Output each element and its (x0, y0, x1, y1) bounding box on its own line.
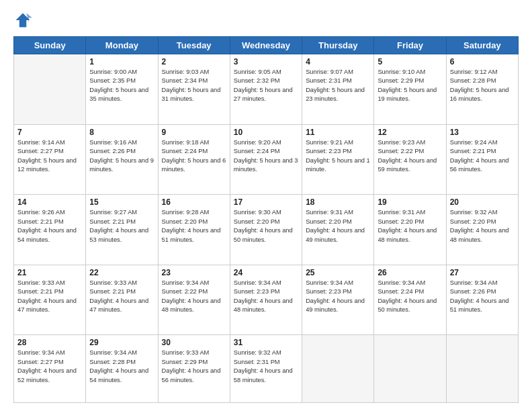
calendar-cell: 11Sunrise: 9:21 AM Sunset: 2:23 PM Dayli… (302, 124, 374, 195)
day-number: 3 (234, 57, 298, 66)
calendar-cell: 6Sunrise: 9:12 AM Sunset: 2:28 PM Daylig… (446, 54, 518, 125)
day-number: 28 (17, 338, 82, 347)
header (13, 11, 519, 30)
calendar-cell (374, 335, 446, 403)
day-info: Sunrise: 9:27 AM Sunset: 2:21 PM Dayligh… (89, 208, 154, 244)
calendar-day-header: Wednesday (230, 37, 302, 54)
day-number: 7 (17, 128, 82, 137)
day-number: 6 (450, 57, 515, 66)
day-info: Sunrise: 9:26 AM Sunset: 2:21 PM Dayligh… (17, 208, 82, 244)
day-info: Sunrise: 9:18 AM Sunset: 2:24 PM Dayligh… (162, 138, 226, 175)
day-number: 18 (306, 197, 370, 207)
day-info: Sunrise: 9:00 AM Sunset: 2:35 PM Dayligh… (89, 68, 154, 104)
calendar-week-row: 28Sunrise: 9:34 AM Sunset: 2:27 PM Dayli… (14, 335, 519, 403)
calendar-day-header: Friday (374, 37, 446, 54)
day-info: Sunrise: 9:05 AM Sunset: 2:32 PM Dayligh… (234, 68, 298, 104)
day-info: Sunrise: 9:20 AM Sunset: 2:24 PM Dayligh… (234, 138, 298, 175)
calendar-week-row: 21Sunrise: 9:33 AM Sunset: 2:21 PM Dayli… (14, 265, 519, 335)
calendar-cell: 1Sunrise: 9:00 AM Sunset: 2:35 PM Daylig… (86, 54, 158, 125)
day-info: Sunrise: 9:34 AM Sunset: 2:27 PM Dayligh… (17, 349, 82, 385)
calendar-cell (14, 54, 86, 125)
day-number: 17 (234, 197, 298, 207)
calendar-cell: 2Sunrise: 9:03 AM Sunset: 2:34 PM Daylig… (158, 54, 230, 125)
day-info: Sunrise: 9:33 AM Sunset: 2:21 PM Dayligh… (89, 279, 154, 315)
day-info: Sunrise: 9:34 AM Sunset: 2:23 PM Dayligh… (306, 279, 370, 315)
day-number: 14 (17, 197, 82, 207)
calendar-cell: 19Sunrise: 9:31 AM Sunset: 2:20 PM Dayli… (374, 195, 446, 265)
calendar-day-header: Saturday (446, 37, 518, 54)
day-info: Sunrise: 9:34 AM Sunset: 2:28 PM Dayligh… (89, 349, 154, 385)
day-number: 30 (162, 338, 226, 347)
day-info: Sunrise: 9:16 AM Sunset: 2:26 PM Dayligh… (89, 138, 154, 175)
day-info: Sunrise: 9:30 AM Sunset: 2:20 PM Dayligh… (234, 208, 298, 244)
day-number: 13 (450, 128, 515, 137)
day-info: Sunrise: 9:31 AM Sunset: 2:20 PM Dayligh… (306, 208, 370, 244)
day-number: 10 (234, 128, 298, 137)
calendar-cell: 31Sunrise: 9:32 AM Sunset: 2:31 PM Dayli… (230, 335, 302, 403)
calendar-cell: 25Sunrise: 9:34 AM Sunset: 2:23 PM Dayli… (302, 265, 374, 335)
calendar-cell: 29Sunrise: 9:34 AM Sunset: 2:28 PM Dayli… (86, 335, 158, 403)
day-info: Sunrise: 9:32 AM Sunset: 2:20 PM Dayligh… (450, 208, 515, 244)
calendar-cell: 7Sunrise: 9:14 AM Sunset: 2:27 PM Daylig… (14, 124, 86, 195)
day-info: Sunrise: 9:31 AM Sunset: 2:20 PM Dayligh… (378, 208, 442, 244)
calendar-cell: 4Sunrise: 9:07 AM Sunset: 2:31 PM Daylig… (302, 54, 374, 125)
calendar-week-row: 7Sunrise: 9:14 AM Sunset: 2:27 PM Daylig… (14, 124, 519, 195)
day-number: 9 (162, 128, 226, 137)
day-info: Sunrise: 9:10 AM Sunset: 2:29 PM Dayligh… (378, 68, 442, 104)
day-info: Sunrise: 9:33 AM Sunset: 2:21 PM Dayligh… (17, 279, 82, 315)
calendar-cell: 14Sunrise: 9:26 AM Sunset: 2:21 PM Dayli… (14, 195, 86, 265)
day-number: 25 (306, 268, 370, 277)
day-info: Sunrise: 9:33 AM Sunset: 2:29 PM Dayligh… (162, 349, 226, 385)
day-info: Sunrise: 9:28 AM Sunset: 2:20 PM Dayligh… (162, 208, 226, 244)
day-number: 19 (378, 197, 442, 207)
day-number: 26 (378, 268, 442, 277)
day-number: 27 (450, 268, 515, 277)
day-number: 5 (378, 57, 442, 66)
calendar-cell: 12Sunrise: 9:23 AM Sunset: 2:22 PM Dayli… (374, 124, 446, 195)
calendar-cell: 3Sunrise: 9:05 AM Sunset: 2:32 PM Daylig… (230, 54, 302, 125)
day-number: 4 (306, 57, 370, 66)
calendar-cell: 22Sunrise: 9:33 AM Sunset: 2:21 PM Dayli… (86, 265, 158, 335)
calendar-cell: 10Sunrise: 9:20 AM Sunset: 2:24 PM Dayli… (230, 124, 302, 195)
calendar-cell (302, 335, 374, 403)
day-number: 15 (89, 197, 154, 207)
day-info: Sunrise: 9:14 AM Sunset: 2:27 PM Dayligh… (17, 138, 82, 175)
calendar-week-row: 14Sunrise: 9:26 AM Sunset: 2:21 PM Dayli… (14, 195, 519, 265)
calendar-cell: 21Sunrise: 9:33 AM Sunset: 2:21 PM Dayli… (14, 265, 86, 335)
page: SundayMondayTuesdayWednesdayThursdayFrid… (0, 0, 532, 411)
calendar-cell (446, 335, 518, 403)
calendar-cell: 23Sunrise: 9:34 AM Sunset: 2:22 PM Dayli… (158, 265, 230, 335)
day-info: Sunrise: 9:34 AM Sunset: 2:22 PM Dayligh… (162, 279, 226, 315)
day-info: Sunrise: 9:32 AM Sunset: 2:31 PM Dayligh… (234, 349, 298, 385)
day-info: Sunrise: 9:34 AM Sunset: 2:24 PM Dayligh… (378, 279, 442, 315)
day-info: Sunrise: 9:03 AM Sunset: 2:34 PM Dayligh… (162, 68, 226, 104)
calendar-cell: 30Sunrise: 9:33 AM Sunset: 2:29 PM Dayli… (158, 335, 230, 403)
calendar-day-header: Thursday (302, 37, 374, 54)
day-number: 16 (162, 197, 226, 207)
calendar-cell: 16Sunrise: 9:28 AM Sunset: 2:20 PM Dayli… (158, 195, 230, 265)
calendar-day-header: Tuesday (158, 37, 230, 54)
day-number: 31 (234, 338, 298, 347)
calendar-cell: 18Sunrise: 9:31 AM Sunset: 2:20 PM Dayli… (302, 195, 374, 265)
calendar-day-header: Monday (86, 37, 158, 54)
calendar-day-header: Sunday (14, 37, 86, 54)
day-number: 1 (89, 57, 154, 66)
calendar-header-row: SundayMondayTuesdayWednesdayThursdayFrid… (14, 37, 519, 54)
calendar-cell: 5Sunrise: 9:10 AM Sunset: 2:29 PM Daylig… (374, 54, 446, 125)
logo-icon (13, 11, 32, 30)
day-info: Sunrise: 9:23 AM Sunset: 2:22 PM Dayligh… (378, 138, 442, 175)
day-number: 21 (17, 268, 82, 277)
calendar-week-row: 1Sunrise: 9:00 AM Sunset: 2:35 PM Daylig… (14, 54, 519, 125)
day-number: 23 (162, 268, 226, 277)
day-number: 12 (378, 128, 442, 137)
calendar-cell: 15Sunrise: 9:27 AM Sunset: 2:21 PM Dayli… (86, 195, 158, 265)
day-number: 29 (89, 338, 154, 347)
day-number: 20 (450, 197, 515, 207)
day-info: Sunrise: 9:34 AM Sunset: 2:23 PM Dayligh… (234, 279, 298, 315)
calendar-cell: 26Sunrise: 9:34 AM Sunset: 2:24 PM Dayli… (374, 265, 446, 335)
day-info: Sunrise: 9:12 AM Sunset: 2:28 PM Dayligh… (450, 68, 515, 104)
day-info: Sunrise: 9:21 AM Sunset: 2:23 PM Dayligh… (306, 138, 370, 175)
calendar-cell: 8Sunrise: 9:16 AM Sunset: 2:26 PM Daylig… (86, 124, 158, 195)
calendar-cell: 9Sunrise: 9:18 AM Sunset: 2:24 PM Daylig… (158, 124, 230, 195)
day-number: 22 (89, 268, 154, 277)
